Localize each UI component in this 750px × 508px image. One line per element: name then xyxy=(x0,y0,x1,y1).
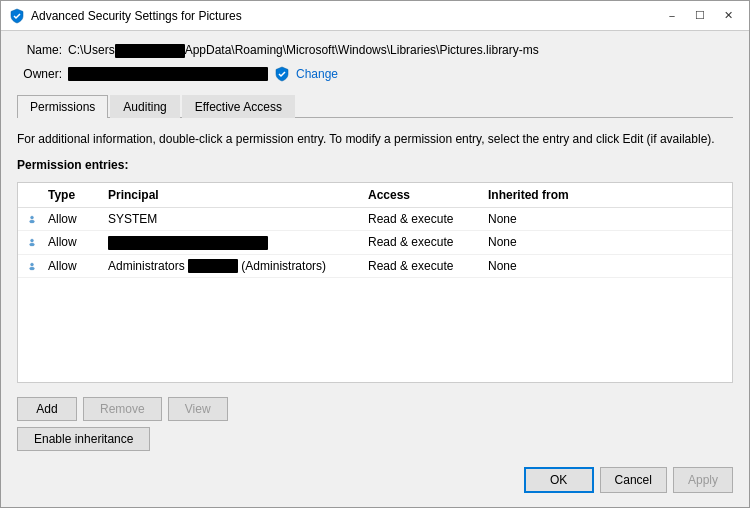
ok-button[interactable]: OK xyxy=(524,467,594,493)
name-redacted xyxy=(115,44,185,58)
close-button[interactable]: ✕ xyxy=(715,5,741,27)
cancel-button[interactable]: Cancel xyxy=(600,467,667,493)
inheritance-buttons-row: Enable inheritance xyxy=(17,427,733,451)
row2-principal-redacted xyxy=(108,236,268,250)
row2-type: Allow xyxy=(44,233,104,251)
maximize-button[interactable]: ☐ xyxy=(687,5,713,27)
buttons-area: Add Remove View Enable inheritance xyxy=(17,397,733,451)
title-bar: Advanced Security Settings for Pictures … xyxy=(1,1,749,31)
header-type: Type xyxy=(44,186,104,204)
name-row: Name: C:\UsersAppData\Roaming\Microsoft\… xyxy=(17,43,733,58)
name-label: Name: xyxy=(17,43,62,57)
apply-button[interactable]: Apply xyxy=(673,467,733,493)
change-link[interactable]: Change xyxy=(296,67,338,81)
svg-point-1 xyxy=(30,220,35,223)
row3-type: Allow xyxy=(44,257,104,275)
table-header: Type Principal Access Inherited from xyxy=(18,183,732,208)
row3-icon xyxy=(24,258,40,274)
bottom-buttons: OK Cancel Apply xyxy=(17,463,733,495)
row3-principal: Administrators (Administrators) xyxy=(104,257,364,276)
svg-point-0 xyxy=(31,216,34,219)
title-bar-controls: − ☐ ✕ xyxy=(659,5,741,27)
row2-principal xyxy=(104,233,364,252)
header-principal: Principal xyxy=(104,186,364,204)
row1-principal: SYSTEM xyxy=(104,210,364,228)
action-buttons-row: Add Remove View xyxy=(17,397,733,421)
tabs: Permissions Auditing Effective Access xyxy=(17,94,733,118)
info-text: For additional information, double-click… xyxy=(17,130,733,148)
tab-permissions[interactable]: Permissions xyxy=(17,95,108,118)
add-button[interactable]: Add xyxy=(17,397,77,421)
title-bar-left: Advanced Security Settings for Pictures xyxy=(9,8,242,24)
row1-icon xyxy=(24,211,40,227)
header-inherited: Inherited from xyxy=(484,186,604,204)
window-icon xyxy=(9,8,25,24)
tab-auditing[interactable]: Auditing xyxy=(110,95,179,118)
svg-point-5 xyxy=(30,267,35,270)
table-row[interactable]: Allow Read & execute None xyxy=(18,231,732,255)
row1-inherited: None xyxy=(484,210,604,228)
view-button[interactable]: View xyxy=(168,397,228,421)
permission-entries-label: Permission entries: xyxy=(17,158,733,172)
row2-icon xyxy=(24,234,40,250)
owner-redacted xyxy=(68,67,268,81)
svg-point-4 xyxy=(31,263,34,266)
minimize-button[interactable]: − xyxy=(659,5,685,27)
owner-row: Owner: Change xyxy=(17,66,733,82)
table-row[interactable]: Allow Administrators (Administrators) Re… xyxy=(18,255,732,279)
row1-type: Allow xyxy=(44,210,104,228)
row3-inherited: None xyxy=(484,257,604,275)
svg-point-2 xyxy=(31,239,34,242)
row1-access: Read & execute xyxy=(364,210,484,228)
content-area: Name: C:\UsersAppData\Roaming\Microsoft\… xyxy=(1,31,749,507)
row2-access: Read & execute xyxy=(364,233,484,251)
name-value: C:\UsersAppData\Roaming\Microsoft\Window… xyxy=(68,43,539,58)
window: Advanced Security Settings for Pictures … xyxy=(0,0,750,508)
row2-inherited: None xyxy=(484,233,604,251)
header-icon xyxy=(24,186,44,204)
svg-point-3 xyxy=(30,243,35,246)
remove-button[interactable]: Remove xyxy=(83,397,162,421)
tab-effective-access[interactable]: Effective Access xyxy=(182,95,295,118)
shield-icon xyxy=(274,66,290,82)
header-access: Access xyxy=(364,186,484,204)
window-title: Advanced Security Settings for Pictures xyxy=(31,9,242,23)
owner-label: Owner: xyxy=(17,67,62,81)
row3-principal-redacted xyxy=(188,259,238,273)
enable-inheritance-button[interactable]: Enable inheritance xyxy=(17,427,150,451)
table-row[interactable]: Allow SYSTEM Read & execute None xyxy=(18,208,732,231)
row3-access: Read & execute xyxy=(364,257,484,275)
permission-table: Type Principal Access Inherited from All… xyxy=(17,182,733,383)
